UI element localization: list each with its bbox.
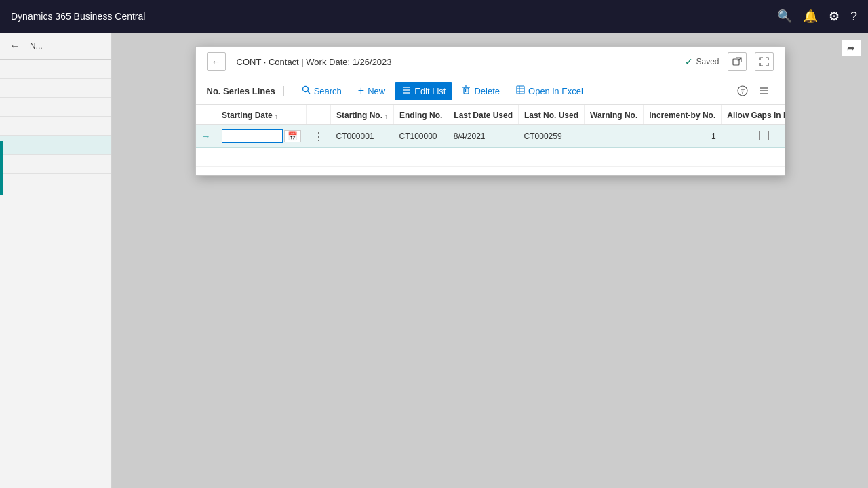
warning-no-cell[interactable] (585, 125, 644, 148)
delete-btn-label: Delete (474, 86, 500, 96)
sidebar-item-9[interactable] (0, 211, 111, 230)
allow-gaps-checkbox[interactable] (760, 131, 769, 140)
table-area: Starting Date ↑ Starting No. ↑ (196, 105, 785, 167)
dialog-overlay: ➦ ← CONT · Contact | Work Date: 1/26/202… (112, 33, 868, 488)
settings-icon[interactable]: ⚙ (829, 9, 840, 24)
delete-button[interactable]: Delete (455, 82, 507, 100)
excel-icon (516, 85, 525, 96)
last-date-used-cell[interactable]: 8/4/2021 (448, 125, 519, 148)
edit-list-label: Edit List (414, 86, 446, 96)
search-btn-icon (302, 85, 311, 96)
sidebar-item-3[interactable] (0, 98, 111, 117)
dialog-back-button[interactable]: ← (207, 52, 226, 71)
edit-list-button[interactable]: Edit List (395, 82, 452, 100)
sidebar-item-4[interactable] (0, 117, 111, 136)
col-allow-gaps[interactable]: Allow Gaps in Nos. (722, 105, 785, 125)
starting-date-cell[interactable]: 📅 (216, 125, 307, 148)
new-btn-label: New (368, 86, 385, 96)
row-menu-cell[interactable]: ⋮ (307, 125, 331, 148)
col-increment-by-no[interactable]: Increment-by No. (644, 105, 722, 125)
sidebar-item-5[interactable] (0, 136, 111, 155)
calendar-button[interactable]: 📅 (284, 130, 301, 142)
toolbar: No. Series Lines Search + New (196, 77, 785, 105)
empty-starting-date (216, 148, 307, 167)
open-new-window-button[interactable] (728, 52, 747, 71)
svg-line-3 (307, 92, 310, 94)
starting-no-sort-icon: ↑ (384, 113, 388, 120)
col-last-no-used[interactable]: Last No. Used (519, 105, 585, 125)
main-layout: ← N... ➦ ← CONT · Contact | (0, 33, 868, 488)
svg-point-2 (302, 87, 308, 92)
help-icon[interactable]: ? (850, 9, 857, 24)
sidebar-item-7[interactable] (0, 174, 111, 192)
sidebar: ← N... (0, 33, 112, 488)
last-no-used-cell[interactable]: CT000259 (519, 125, 585, 148)
row-menu-button[interactable]: ⋮ (312, 130, 326, 143)
svg-rect-0 (733, 59, 739, 65)
row-arrow-icon: → (201, 131, 211, 142)
toolbar-right (733, 81, 774, 100)
allow-gaps-cell[interactable] (722, 125, 785, 148)
fullscreen-button[interactable]: ➦ (841, 39, 861, 57)
row-arrow-cell: → (196, 125, 216, 148)
col-last-date-used[interactable]: Last Date Used (448, 105, 519, 125)
starting-date-sort-icon: ↑ (275, 113, 278, 120)
starting-no-cell[interactable]: CT000001 (331, 125, 394, 148)
empty-increment (644, 148, 722, 167)
sidebar-nav-label: N... (30, 41, 43, 51)
svg-rect-12 (517, 86, 524, 94)
col-ending-no[interactable]: Ending No. (394, 105, 448, 125)
open-in-excel-button[interactable]: Open in Excel (509, 82, 590, 100)
sidebar-item-6[interactable] (0, 155, 111, 174)
saved-status: ✓ Saved (685, 56, 719, 67)
sidebar-item-11[interactable] (0, 249, 111, 268)
top-bar-icons: 🔍 🔔 ⚙ ? (777, 9, 857, 24)
table-row: → 📅 ⋮ (196, 125, 785, 148)
sidebar-item-8[interactable] (0, 192, 111, 211)
bell-icon[interactable]: 🔔 (803, 9, 818, 24)
sidebar-item-1[interactable] (0, 60, 111, 79)
empty-menu (307, 148, 331, 167)
ending-no-cell[interactable]: CT100000 (394, 125, 448, 148)
accent-bar (0, 141, 3, 195)
filter-button[interactable] (733, 81, 752, 100)
edit-list-icon (401, 85, 411, 97)
sidebar-item-10[interactable] (0, 230, 111, 249)
col-warning-no[interactable]: Warning No. (585, 105, 644, 125)
sidebar-item-2[interactable] (0, 79, 111, 98)
column-chooser-button[interactable] (755, 81, 774, 100)
col-starting-no[interactable]: Starting No. ↑ (331, 105, 394, 125)
search-icon[interactable]: 🔍 (777, 9, 792, 24)
top-bar: Dynamics 365 Business Central 🔍 🔔 ⚙ ? (0, 0, 868, 33)
dialog-footer (196, 167, 785, 175)
col-starting-date[interactable]: Starting Date ↑ (216, 105, 307, 125)
sidebar-back-button[interactable]: ← (5, 37, 24, 56)
saved-label: Saved (696, 57, 719, 66)
table-header-row: Starting Date ↑ Starting No. ↑ (196, 105, 785, 125)
empty-warning (585, 148, 644, 167)
new-button[interactable]: + New (351, 82, 392, 100)
no-series-lines-table: Starting Date ↑ Starting No. ↑ (196, 105, 785, 167)
starting-date-input[interactable] (222, 129, 283, 143)
content-area: ➦ ← CONT · Contact | Work Date: 1/26/202… (112, 33, 868, 488)
empty-starting-no (331, 148, 394, 167)
col-indicator (196, 105, 216, 125)
dialog: ← CONT · Contact | Work Date: 1/26/2023 … (195, 46, 785, 176)
sidebar-nav: ← N... (0, 33, 111, 60)
empty-gaps (722, 148, 785, 167)
delete-icon (462, 85, 471, 96)
search-button[interactable]: Search (295, 82, 349, 100)
saved-check-icon: ✓ (685, 56, 693, 67)
sidebar-item-12[interactable] (0, 268, 111, 287)
col-row-menu (307, 105, 331, 125)
toolbar-section-title: No. Series Lines (207, 86, 284, 96)
excel-btn-label: Open in Excel (528, 86, 583, 96)
dialog-header-left: ← CONT · Contact | Work Date: 1/26/2023 (207, 52, 392, 71)
increment-by-no-cell[interactable]: 1 (644, 125, 722, 148)
empty-last-no (519, 148, 585, 167)
dialog-breadcrumb: CONT · Contact | Work Date: 1/26/2023 (237, 57, 392, 67)
top-bar-left: Dynamics 365 Business Central (11, 11, 145, 22)
app-title: Dynamics 365 Business Central (11, 11, 145, 22)
new-btn-icon: + (358, 85, 364, 96)
expand-button[interactable] (755, 52, 774, 71)
